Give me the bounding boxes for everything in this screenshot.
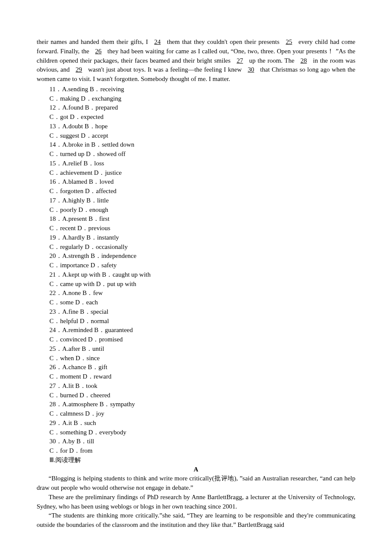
question-number: 17． <box>49 197 62 204</box>
blank-25[interactable]: 25 <box>282 38 296 47</box>
question-options-row1[interactable]: A.hardly B．instantly <box>62 234 119 241</box>
question-number: 12． <box>49 104 62 111</box>
question-options-row2[interactable]: C．turned up D．showed off <box>49 150 355 159</box>
question-options-row2[interactable]: C．forgotten D．affected <box>49 187 355 196</box>
section-title: Ⅲ.阅读理解 <box>37 456 355 465</box>
question-row: 30．A.by B．till <box>49 437 355 446</box>
reading-paragraph: “Blogging is helping students to think a… <box>37 474 355 493</box>
question-number: 30． <box>49 438 62 445</box>
question-row: 16．A.blamed B．loved <box>49 177 355 187</box>
blank-26[interactable]: 26 <box>91 47 106 56</box>
question-options-row1[interactable]: A.sending B．receiving <box>62 86 124 92</box>
question-row: 14．A.broke in B．settled down <box>49 140 355 150</box>
question-row: 23．A.fine B．special <box>49 307 355 317</box>
question-number: 13． <box>49 123 62 130</box>
question-options-row1[interactable]: A.it B．such <box>62 419 96 426</box>
question-options-row2[interactable]: C．calmness D．joy <box>49 409 355 419</box>
question-options-row2[interactable]: C．for D．from <box>49 446 355 456</box>
question-options-row1[interactable]: A.doubt B．hope <box>62 123 108 130</box>
question-options-row1[interactable]: A.atmosphere B．sympathy <box>62 401 135 408</box>
question-options-row1[interactable]: A.none B．few <box>62 289 103 296</box>
question-row: 22．A.none B．few <box>49 289 355 298</box>
question-options-row1[interactable]: A.kept up with B．caught up with <box>62 271 150 278</box>
question-options-row1[interactable]: A.reminded B．guaranteed <box>62 327 133 333</box>
passage-text: up the room. The <box>247 57 297 64</box>
question-options-row1[interactable]: A.by B．till <box>62 438 94 445</box>
passage-text: wasn't just about toys. It was a feeling… <box>86 66 244 73</box>
question-options-row2[interactable]: C．regularly D．occasionally <box>49 243 355 252</box>
cloze-passage: their names and handed them their gifts,… <box>37 38 355 84</box>
question-options-row1[interactable]: A.chance B．gift <box>62 364 107 370</box>
question-number: 26． <box>49 364 62 370</box>
question-row: 27．A.lit B．took <box>49 382 355 391</box>
question-options-row1[interactable]: A.broke in B．settled down <box>62 141 134 148</box>
question-options-row1[interactable]: A.strength B．independence <box>62 252 136 259</box>
question-row: 29．A.it B．such <box>49 419 355 428</box>
reading-paragraph: “The students are thinking more critical… <box>37 511 355 530</box>
question-row: 25．A.after B．until <box>49 344 355 354</box>
question-options-row2[interactable]: C．importance D．safety <box>49 261 355 270</box>
question-options-row1[interactable]: A.found B．prepared <box>62 104 118 111</box>
question-number: 15． <box>49 160 62 167</box>
question-options-row2[interactable]: C．convinced D．promised <box>49 335 355 344</box>
blank-29[interactable]: 29 <box>72 65 86 75</box>
question-number: 19． <box>49 234 62 241</box>
question-options-row2[interactable]: C．achievement D．justice <box>49 168 355 178</box>
question-row: 26．A.chance B．gift <box>49 363 355 372</box>
question-row: 24．A.reminded B．guaranteed <box>49 326 355 335</box>
question-number: 20． <box>49 252 62 259</box>
question-row: 13．A.doubt B．hope <box>49 122 355 131</box>
question-options-row2[interactable]: C．came up with D．put up with <box>49 280 355 289</box>
passage-text: them that they couldn't open their prese… <box>165 38 282 45</box>
question-number: 25． <box>49 345 62 352</box>
question-options-row2[interactable]: C．when D．since <box>49 354 355 363</box>
question-number: 16． <box>49 178 62 185</box>
question-row: 15．A.relief B．loss <box>49 159 355 168</box>
question-number: 23． <box>49 308 62 315</box>
question-options-row1[interactable]: A.present B．first <box>62 215 110 222</box>
reading-paragraph: These are the preliminary findings of Ph… <box>37 493 355 512</box>
question-options-row2[interactable]: C．got D．expected <box>49 113 355 122</box>
question-row: 17．A.highly B．little <box>49 196 355 205</box>
question-options-row2[interactable]: C．some D．each <box>49 298 355 307</box>
questions-list: 11．A.sending B．receivingC．making D．excha… <box>37 85 355 456</box>
question-row: 11．A.sending B．receiving <box>49 85 355 94</box>
question-options-row2[interactable]: C．something D．everybody <box>49 428 355 437</box>
blank-24[interactable]: 24 <box>150 38 165 47</box>
question-options-row2[interactable]: C．poorly D．enough <box>49 205 355 215</box>
question-row: 19．A.hardly B．instantly <box>49 233 355 243</box>
question-row: 12．A.found B．prepared <box>49 103 355 113</box>
question-options-row2[interactable]: C．moment D．reward <box>49 372 355 382</box>
question-options-row2[interactable]: C．burned D．cheered <box>49 391 355 400</box>
question-number: 29． <box>49 419 62 426</box>
question-options-row2[interactable]: C．helpful D．normal <box>49 317 355 326</box>
question-number: 18． <box>49 215 62 222</box>
question-number: 14． <box>49 141 62 148</box>
question-options-row1[interactable]: A.fine B．special <box>62 308 108 315</box>
question-options-row2[interactable]: C．suggest D．accept <box>49 131 355 141</box>
blank-30[interactable]: 30 <box>244 65 258 75</box>
question-row: 28．A.atmosphere B．sympathy <box>49 400 355 409</box>
question-number: 21． <box>49 271 62 278</box>
question-row: 21．A.kept up with B．caught up with <box>49 270 355 280</box>
question-number: 27． <box>49 382 62 389</box>
question-options-row2[interactable]: C．recent D．previous <box>49 224 355 233</box>
question-options-row1[interactable]: A.highly B．little <box>62 197 109 204</box>
question-number: 22． <box>49 289 62 296</box>
blank-27[interactable]: 27 <box>233 56 247 66</box>
question-options-row1[interactable]: A.lit B．took <box>62 382 98 389</box>
blank-28[interactable]: 28 <box>297 56 311 66</box>
passage-text: their names and handed them their gifts,… <box>37 38 150 45</box>
question-options-row1[interactable]: A.blamed B．loved <box>62 178 114 185</box>
question-row: 18．A.present B．first <box>49 214 355 224</box>
question-options-row1[interactable]: A.after B．until <box>62 345 104 352</box>
question-options-row2[interactable]: C．making D．exchanging <box>49 94 355 104</box>
question-row: 20．A.strength B．independence <box>49 251 355 261</box>
question-number: 24． <box>49 327 62 333</box>
question-options-row1[interactable]: A.relief B．loss <box>62 160 104 167</box>
question-number: 28． <box>49 401 62 408</box>
question-number: 11． <box>49 86 62 92</box>
section-letter: A <box>37 465 355 474</box>
